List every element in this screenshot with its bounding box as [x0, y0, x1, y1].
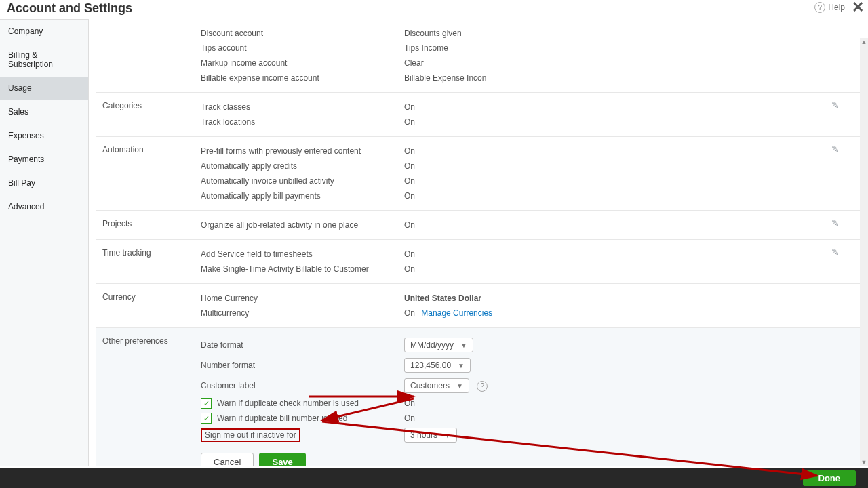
sidebar-item-company[interactable]: Company	[0, 20, 88, 43]
signout-label-highlight: Sign me out if inactive for	[201, 428, 300, 442]
edit-icon[interactable]: ✎	[831, 100, 840, 110]
edit-icon[interactable]: ✎	[831, 247, 840, 258]
sidebar-item-sales[interactable]: Sales	[0, 100, 88, 124]
scrollbar[interactable]: ▲ ▼	[860, 38, 868, 466]
section-other-preferences: Other preferences Date format MM/dd/yyyy…	[96, 328, 860, 466]
bottom-bar: Done	[0, 468, 868, 488]
done-button[interactable]: Done	[803, 470, 856, 486]
sidebar: Company Billing & Subscription Usage Sal…	[0, 19, 89, 466]
chevron-down-icon: ▼	[460, 342, 467, 349]
section-automation: Automation Pre-fill forms with previousl…	[96, 137, 860, 211]
close-icon[interactable]: ✕	[852, 0, 864, 15]
sidebar-item-expenses[interactable]: Expenses	[0, 124, 88, 148]
header: Account and Settings ? Help ✕	[0, 0, 868, 19]
section-projects: Projects Organize all job-related activi…	[96, 211, 860, 240]
sidebar-item-advanced[interactable]: Advanced	[0, 195, 88, 219]
help-icon[interactable]: ?	[477, 381, 488, 392]
edit-icon[interactable]: ✎	[831, 218, 840, 228]
cancel-button[interactable]: Cancel	[201, 453, 254, 466]
sidebar-item-payments[interactable]: Payments	[0, 148, 88, 171]
row-value: Discounts given	[404, 28, 462, 38]
help-icon: ?	[814, 2, 825, 13]
section-categories: Categories Track classesOn Track locatio…	[96, 93, 860, 137]
chevron-down-icon: ▼	[456, 382, 463, 390]
row-label: Discount account	[201, 28, 404, 38]
help-label: Help	[828, 3, 845, 12]
save-button[interactable]: Save	[259, 453, 305, 466]
customer-label-select[interactable]: Customers ▼	[404, 378, 469, 393]
warn-duplicate-check-checkbox[interactable]: ✓	[201, 398, 212, 409]
signout-duration-select[interactable]: 3 hours ▼	[404, 428, 457, 443]
sidebar-item-usage[interactable]: Usage	[0, 77, 88, 100]
manage-currencies-link[interactable]: Manage Currencies	[421, 308, 492, 318]
chevron-down-icon: ▼	[444, 432, 451, 439]
edit-icon[interactable]: ✎	[831, 144, 840, 155]
settings-scroll-area: Discount accountDiscounts given Tips acc…	[89, 19, 860, 466]
scroll-up-icon[interactable]: ▲	[860, 38, 868, 46]
date-format-select[interactable]: MM/dd/yyyy ▼	[404, 338, 473, 352]
number-format-select[interactable]: 123,456.00 ▼	[404, 358, 471, 373]
chevron-down-icon: ▼	[458, 362, 465, 369]
sidebar-item-billing[interactable]: Billing & Subscription	[0, 43, 88, 77]
sidebar-item-billpay[interactable]: Bill Pay	[0, 171, 88, 195]
section-time-tracking: Time tracking Add Service field to times…	[96, 240, 860, 284]
page-title: Account and Settings	[7, 1, 132, 16]
section-currency: Currency Home Currency United States Dol…	[96, 284, 860, 328]
warn-duplicate-bill-checkbox[interactable]: ✓	[201, 413, 212, 424]
help-link[interactable]: ? Help	[809, 2, 845, 13]
scroll-down-icon[interactable]: ▼	[860, 458, 868, 466]
